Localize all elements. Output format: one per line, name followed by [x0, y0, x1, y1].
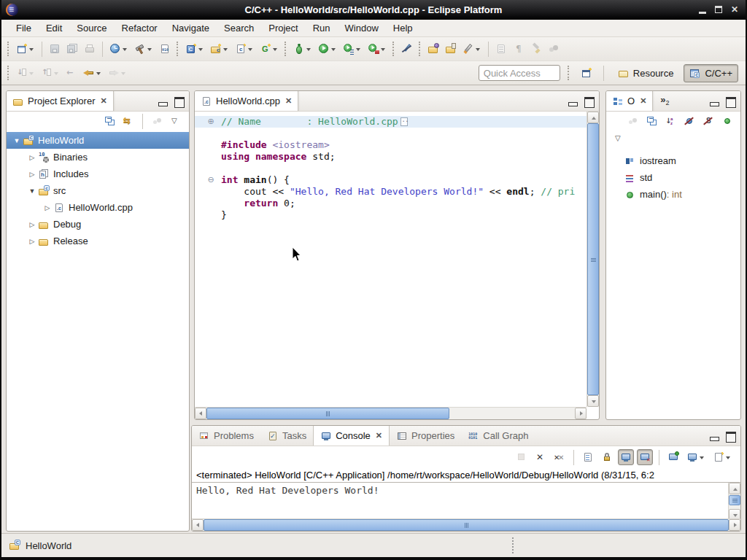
hide-fields-button[interactable] [681, 113, 697, 129]
view-menu-button[interactable] [611, 131, 627, 147]
dropdown-arrow-icon[interactable] [698, 451, 705, 463]
external-tools-button[interactable] [365, 40, 389, 58]
dropdown-arrow-icon[interactable] [474, 43, 481, 55]
open-perspective-button[interactable] [578, 64, 595, 82]
tree-item-release[interactable]: ▷Release [7, 233, 189, 249]
maximize-view-button[interactable] [724, 96, 737, 107]
window-close-button[interactable]: ✕ [731, 4, 738, 15]
minimize-view-button[interactable] [708, 96, 721, 107]
menu-project[interactable]: Project [261, 20, 305, 36]
open-console-button[interactable] [711, 449, 734, 465]
twistie-icon[interactable]: ▷ [42, 204, 53, 211]
twistie-icon[interactable]: ▷ [26, 238, 38, 245]
hide-nonpublic-button[interactable] [719, 113, 735, 129]
menu-run[interactable]: Run [306, 20, 338, 36]
outline-item-iostream[interactable]: iostream [606, 152, 740, 169]
scroll-lock-button[interactable] [599, 449, 615, 465]
tree-item-helloworld[interactable]: ▼HelloWorld [7, 132, 189, 149]
dropdown-arrow-icon[interactable] [724, 451, 732, 463]
toolbar-handle[interactable] [177, 42, 179, 56]
dropdown-arrow-icon[interactable] [222, 43, 229, 55]
link-editor-button[interactable] [120, 113, 136, 129]
remove-launch-button[interactable] [533, 449, 549, 465]
outline-item-std[interactable]: std [606, 169, 740, 186]
close-icon[interactable]: ✕ [100, 96, 107, 106]
clear-console-button[interactable] [580, 449, 596, 465]
toolbar-handle[interactable] [419, 42, 422, 56]
fold-plus-icon[interactable]: ⊕ [205, 116, 217, 128]
tree-item-includes[interactable]: ▷Includes [7, 166, 189, 182]
dropdown-arrow-icon[interactable] [379, 43, 387, 55]
collapse-all-button[interactable] [101, 113, 117, 129]
sort-button[interactable] [662, 113, 678, 129]
dropdown-arrow-icon[interactable] [197, 43, 204, 55]
new-c-folder-button[interactable] [208, 40, 231, 58]
search-button[interactable] [460, 40, 484, 58]
tree-item-src[interactable]: ▼src [7, 182, 189, 199]
menu-window[interactable]: Window [338, 20, 386, 36]
menu-edit[interactable]: Edit [39, 20, 69, 36]
window-maximize-button[interactable] [715, 6, 722, 13]
twistie-icon[interactable]: ▷ [26, 154, 38, 161]
new-wizard-button[interactable] [14, 40, 37, 58]
show-stdout-button[interactable] [618, 449, 634, 465]
twistie-icon[interactable]: ▷ [26, 221, 38, 228]
menu-refactor[interactable]: Refactor [115, 20, 165, 36]
profile-button[interactable] [107, 40, 131, 58]
menu-navigate[interactable]: Navigate [165, 20, 217, 36]
dropdown-arrow-icon[interactable] [95, 67, 102, 79]
mark-occurrences-button[interactable] [399, 40, 415, 58]
maximize-view-button[interactable] [724, 430, 737, 442]
build-button[interactable] [132, 40, 155, 58]
minimize-view-button[interactable] [156, 96, 169, 107]
scroll-thumb[interactable] [587, 123, 599, 395]
close-icon[interactable]: ✕ [640, 96, 646, 106]
dropdown-arrow-icon[interactable] [146, 43, 153, 55]
twistie-icon[interactable]: ▷ [26, 171, 38, 178]
scroll-track[interactable] [449, 408, 575, 419]
menu-source[interactable]: Source [69, 20, 114, 36]
hidden-tabs-chevron[interactable]: »2 [653, 91, 675, 111]
open-task-button[interactable] [443, 40, 459, 58]
toolbar-handle[interactable] [568, 66, 570, 80]
tab-call-graph[interactable]: Call Graph [461, 426, 535, 446]
scroll-left-button[interactable] [195, 408, 206, 419]
run-button[interactable] [316, 40, 339, 58]
run-history-button[interactable] [341, 40, 364, 58]
dropdown-arrow-icon[interactable] [305, 43, 312, 55]
console-output-area[interactable]: Hello, Red Hat Developers World! [192, 483, 740, 521]
toolbar-handle[interactable] [392, 42, 395, 56]
tab-problems[interactable]: Problems [192, 426, 260, 446]
dropdown-arrow-icon[interactable] [121, 43, 128, 55]
remove-all-button[interactable] [551, 449, 568, 465]
minimize-view-button[interactable] [708, 430, 721, 442]
scroll-down-button[interactable] [587, 395, 599, 407]
dropdown-arrow-icon[interactable] [271, 43, 279, 55]
menu-help[interactable]: Help [386, 20, 420, 36]
quick-access-input[interactable] [479, 65, 560, 81]
display-console-button[interactable] [684, 449, 708, 465]
window-minimize-button[interactable] [699, 12, 706, 14]
scroll-right-button[interactable] [729, 519, 740, 531]
tree-item-helloworld-cpp[interactable]: ▷HelloWorld.cpp [7, 199, 189, 216]
status-sash-handle[interactable] [512, 537, 514, 553]
tab-helloworld-cpp[interactable]: HelloWorld.cpp ✕ [195, 91, 298, 111]
tab-tasks[interactable]: Tasks [260, 426, 313, 446]
new-c-file-button[interactable] [233, 40, 256, 58]
close-icon[interactable]: ✕ [376, 431, 382, 440]
maximize-view-button[interactable] [172, 96, 185, 107]
scroll-thumb[interactable] [206, 408, 449, 419]
new-class-button[interactable] [258, 40, 281, 58]
tab-properties[interactable]: Properties [390, 426, 461, 446]
fold-minus-icon[interactable]: ⊖ [205, 174, 217, 186]
menu-search[interactable]: Search [217, 20, 261, 36]
tree-item-debug[interactable]: ▷Debug [7, 216, 189, 233]
close-icon[interactable]: ✕ [285, 96, 292, 106]
hide-static-button[interactable] [700, 113, 716, 129]
scroll-thumb[interactable] [204, 519, 729, 531]
toolbar-handle[interactable] [285, 42, 287, 56]
tab-console[interactable]: Console✕ [313, 426, 390, 446]
maximize-editor-button[interactable] [582, 96, 595, 107]
back-button[interactable] [81, 64, 104, 82]
open-element-button[interactable] [425, 40, 441, 58]
